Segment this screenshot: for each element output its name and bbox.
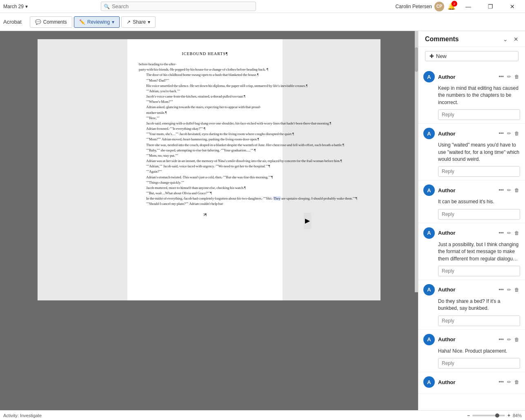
scrollbar[interactable]: [415, 31, 418, 292]
reply-input[interactable]: [438, 358, 520, 369]
share-icon: ↗: [127, 19, 131, 25]
reply-input-wrap: [423, 109, 520, 120]
reply-input[interactable]: [438, 266, 520, 276]
doc-para-4: ""Adrian,·you're·back."" Jacob's·voice·c…: [139, 89, 271, 99]
close-button[interactable]: ✕: [503, 0, 522, 13]
share-button[interactable]: ↗ Share ▾: [121, 16, 156, 28]
document-page: ICEBOUND HEARTS¶ before·heading·to·the·a…: [127, 39, 283, 300]
search-icon: 🔍: [104, 4, 110, 9]
doc-para-17: In·the·midst·of·everything,·Jacob·had·co…: [139, 196, 271, 201]
collapse-comments-button[interactable]: ⌄: [501, 35, 509, 43]
comment-body: It can be assumed it's his.: [423, 198, 520, 205]
comment-header-row: A Author ••• ✏ 🗑: [423, 71, 520, 82]
zoom-out-button[interactable]: −: [467, 413, 470, 418]
restore-button[interactable]: ❐: [481, 0, 500, 13]
comment-actions: ••• ✏ 🗑: [498, 187, 520, 194]
comment-more-button[interactable]: •••: [498, 229, 505, 237]
comment-author: Author: [438, 230, 494, 236]
reply-input[interactable]: [438, 316, 520, 326]
reply-input[interactable]: [438, 166, 520, 177]
new-comment-label: New: [436, 53, 447, 59]
zoom-slider[interactable]: [472, 415, 505, 416]
comment-more-button[interactable]: •••: [498, 286, 505, 293]
comment-edit-button[interactable]: ✏: [506, 73, 512, 80]
comment-more-button[interactable]: •••: [498, 130, 505, 137]
comment-edit-button[interactable]: ✏: [506, 229, 512, 237]
reviewing-button[interactable]: ✏️ Reviewing ▾: [74, 16, 120, 28]
comment-item: A Author ••• ✏ 🗑 It can be assumed it's …: [418, 180, 525, 223]
comment-delete-button[interactable]: 🗑: [514, 336, 520, 343]
comments-button[interactable]: 💬 Comments: [30, 16, 72, 28]
status-bar: Activity: Investigate − + 84%: [0, 410, 525, 420]
comment-edit-button[interactable]: ✏: [506, 336, 512, 343]
comment-author: Author: [438, 287, 494, 293]
comments-list: A Author ••• ✏ 🗑 Keep in mind that editi…: [418, 65, 525, 410]
share-btn-label: Share: [133, 19, 146, 25]
user-info: Carolin Petersen CP: [396, 2, 444, 11]
comment-more-button[interactable]: •••: [498, 187, 505, 194]
new-comment-icon: ✚: [429, 53, 434, 59]
comment-more-button[interactable]: •••: [498, 378, 505, 386]
comment-author: Author: [438, 379, 494, 385]
zoom-thumb[interactable]: [495, 413, 499, 418]
zoom-level: 84%: [513, 413, 522, 418]
notification-badge: 2: [452, 1, 457, 7]
titlebar: March 29 ▾ 🔍 Carolin Petersen CP 🔔 2 — ❐…: [0, 0, 525, 13]
titlebar-date[interactable]: March 29 ▾: [3, 4, 28, 9]
reply-input[interactable]: [438, 109, 520, 120]
zoom-control: − + 84%: [467, 413, 522, 418]
acrobat-label: Acrobat: [3, 19, 22, 25]
comment-header-row: A Author ••• ✏ 🗑: [423, 184, 520, 196]
comment-delete-button[interactable]: 🗑: [514, 229, 520, 237]
ribbon: Acrobat 💬 Comments ✏️ Reviewing ▾ ↗ Shar…: [0, 13, 525, 31]
comment-body: Do they share a bed? If it's a bunkbed, …: [423, 298, 520, 312]
new-comment-button[interactable]: ✚ New: [425, 51, 518, 61]
avatar: A: [423, 284, 435, 296]
status-label: Activity: Investigate: [3, 413, 42, 418]
notification-icon[interactable]: 🔔 2: [447, 2, 456, 10]
comments-header-actions: ⌄ ✕: [501, 35, 520, 43]
comment-body: Keep in mind that editing has caused the…: [423, 85, 520, 106]
comment-body: Using "waited" means you'd have to use "…: [423, 142, 520, 163]
comment-edit-button[interactable]: ✏: [506, 378, 512, 386]
avatar: A: [423, 334, 435, 345]
doc-area[interactable]: ICEBOUND HEARTS¶ before·heading·to·the·a…: [0, 31, 418, 410]
doc-para-12: ""Mom,·no,·stay·put."" Adrian·was·at·her…: [139, 153, 271, 164]
reply-input-wrap: [423, 266, 520, 276]
comment-actions: ••• ✏ 🗑: [498, 229, 520, 237]
comment-delete-button[interactable]: 🗑: [514, 187, 520, 194]
comment-edit-button[interactable]: ✏: [506, 286, 512, 293]
page-right-margin: [283, 39, 380, 300]
search-input[interactable]: [101, 2, 256, 11]
reviewing-btn-label: Reviewing: [87, 19, 110, 25]
comments-btn-label: Comments: [43, 19, 67, 25]
comments-panel: Comments ⌄ ✕ ✚ New A Author ••• ✏ 🗑: [418, 31, 525, 410]
comment-more-button[interactable]: •••: [498, 336, 505, 343]
doc-para-10: There·she·was,·nestled·into·the·couch,·d…: [139, 142, 271, 148]
minimize-button[interactable]: —: [459, 0, 478, 13]
comment-actions: ••• ✏ 🗑: [498, 378, 520, 386]
doc-para-2: The·door·of·his·childhood·home·swung·ope…: [139, 72, 271, 78]
comment-delete-button[interactable]: 🗑: [514, 378, 520, 386]
comment-item: A Author ••• ✏ 🗑 Do they share a bed? If…: [418, 280, 525, 330]
scroll-thumb[interactable]: [415, 47, 418, 72]
comment-more-button[interactable]: •••: [498, 73, 505, 80]
date-chevron-icon: ▾: [25, 4, 28, 9]
reviewing-icon: ✏️: [79, 19, 85, 25]
comment-delete-button[interactable]: 🗑: [514, 73, 520, 80]
comment-delete-button[interactable]: 🗑: [514, 130, 520, 137]
nav-arrow[interactable]: ▶: [304, 213, 311, 229]
comment-header-row: A Author ••• ✏ 🗑: [423, 284, 520, 296]
search-bar: 🔍: [101, 2, 256, 11]
zoom-in-button[interactable]: +: [507, 413, 510, 418]
reply-input-wrap: [423, 166, 520, 177]
comment-icon: 💬: [35, 19, 41, 25]
reply-input[interactable]: [438, 209, 520, 220]
comment-edit-button[interactable]: ✏: [506, 187, 512, 194]
page-left-margin: [38, 39, 127, 300]
comment-body: Haha! Nice. Product placement.: [423, 348, 520, 355]
comment-delete-button[interactable]: 🗑: [514, 286, 520, 293]
comment-actions: ••• ✏ 🗑: [498, 336, 520, 343]
comment-edit-button[interactable]: ✏: [506, 130, 512, 137]
close-comments-button[interactable]: ✕: [512, 35, 520, 43]
